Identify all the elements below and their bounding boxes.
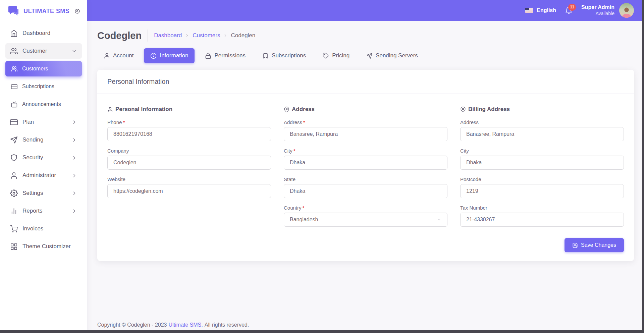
tab-label: Subscriptions	[272, 52, 306, 59]
tab-label: Information	[160, 52, 188, 59]
breadcrumb: Dashboard Customers Codeglen	[154, 32, 255, 39]
user-menu[interactable]: Super Admin Available	[581, 3, 634, 18]
sidebar-item-label: Reports	[22, 208, 43, 214]
tab-sending-servers[interactable]: Sending Servers	[360, 48, 424, 63]
sidebar-item-plan[interactable]: Plan	[5, 114, 82, 130]
billing-city-label: City	[460, 148, 624, 154]
user-icon	[104, 53, 110, 59]
address-label: Address*	[284, 119, 447, 125]
tab-account[interactable]: Account	[97, 48, 140, 63]
page-title: Codeglen	[97, 30, 142, 41]
breadcrumb-link-customers[interactable]: Customers	[193, 32, 220, 39]
avatar	[619, 3, 634, 18]
chevron-right-icon	[71, 173, 77, 178]
credit-card-icon	[11, 84, 17, 90]
phone-input[interactable]	[107, 127, 271, 141]
tab-information[interactable]: Information	[144, 48, 195, 63]
sidebar-item-theme-customizer[interactable]: Theme Customizer	[5, 239, 82, 254]
breadcrumb-link-dashboard[interactable]: Dashboard	[154, 32, 182, 39]
billing-address-field: Address	[460, 119, 624, 141]
sidebar-item-settings[interactable]: Settings	[5, 185, 82, 201]
sidebar-item-sending[interactable]: Sending	[5, 132, 82, 148]
postcode-input[interactable]	[460, 184, 624, 198]
website-label: Website	[107, 176, 271, 182]
main-content: Codeglen Dashboard Customers Codeglen Ac…	[87, 21, 644, 333]
sidebar-item-announcements[interactable]: Announcements	[5, 97, 82, 112]
map-pin-icon	[284, 107, 289, 112]
section-heading: Address	[292, 106, 315, 113]
chevron-right-icon	[71, 155, 77, 161]
website-input[interactable]	[107, 184, 271, 198]
chevron-right-icon	[71, 137, 77, 143]
sidebar-item-label: Customers	[22, 66, 48, 72]
sidebar-item-administrator[interactable]: Administrator	[5, 168, 82, 183]
language-selector[interactable]: English	[525, 7, 556, 13]
vertical-scrollbar[interactable]	[642, 0, 644, 330]
state-label: State	[284, 176, 447, 182]
city-label: City*	[284, 148, 447, 154]
address-section: Address Address* City* State Country*	[284, 106, 447, 233]
tab-label: Permissions	[214, 52, 246, 59]
brand[interactable]: ULTIMATE SMS	[7, 5, 69, 17]
country-label: Country*	[284, 205, 447, 211]
tab-label: Pricing	[332, 52, 350, 59]
sidebar-item-dashboard[interactable]: Customer Dashboard	[5, 25, 82, 41]
sidebar-item-invoices[interactable]: Invoices	[5, 221, 82, 236]
sidebar-item-customer[interactable]: Customer	[5, 43, 82, 59]
tax-number-label: Tax Number	[460, 205, 624, 211]
map-pin-icon	[460, 107, 466, 112]
sidebar-item-label: Administrator	[22, 172, 56, 179]
tax-number-input[interactable]	[460, 213, 624, 227]
title-divider	[148, 30, 148, 42]
sidebar-item-label: Theme Customizer	[22, 243, 71, 250]
gear-icon	[10, 189, 18, 197]
tag-icon	[323, 53, 329, 59]
user-name: Super Admin	[581, 4, 614, 11]
save-icon	[572, 242, 578, 248]
notifications-button[interactable]: 11	[565, 7, 573, 14]
tab-permissions[interactable]: Permissions	[199, 48, 252, 63]
chevron-down-icon	[71, 48, 77, 54]
bar-chart-icon	[10, 207, 18, 215]
breadcrumb-current: Codeglen	[231, 32, 255, 39]
top-header: English 11 Super Admin Available	[87, 0, 644, 21]
horizontal-scrollbar[interactable]	[0, 330, 644, 333]
sidebar-item-subscriptions[interactable]: Subscriptions	[5, 79, 82, 94]
sidebar-item-label: Dashboard	[22, 30, 50, 37]
circle-dot-icon	[74, 8, 80, 14]
sidebar-item-reports[interactable]: Reports	[5, 203, 82, 219]
chevron-right-icon	[185, 33, 190, 38]
state-input[interactable]	[284, 184, 447, 198]
footer-brand-link[interactable]: Ultimate SMS,	[168, 322, 203, 328]
brand-name: ULTIMATE SMS	[23, 8, 69, 15]
sidebar-collapse-toggle[interactable]	[74, 8, 80, 14]
sidebar-item-customers[interactable]: Customers	[5, 61, 82, 76]
billing-address-input[interactable]	[460, 127, 624, 141]
sidebar-item-label: Sending	[22, 136, 43, 143]
tab-bar: Account Information Permissions Subscrip…	[97, 48, 634, 63]
save-changes-button[interactable]: Save Changes	[565, 238, 624, 252]
sidebar-item-label: Subscriptions	[22, 84, 54, 90]
chevron-right-icon	[223, 33, 228, 38]
country-select[interactable]: Bangladesh	[284, 213, 447, 227]
tax-number-field: Tax Number	[460, 205, 624, 227]
website-field: Website	[107, 176, 271, 198]
sidebar-item-label: Plan	[22, 119, 34, 125]
sidebar-item-label: Invoices	[22, 225, 43, 232]
save-changes-label: Save Changes	[581, 242, 616, 248]
tab-subscriptions[interactable]: Subscriptions	[256, 48, 312, 63]
sidebar: ULTIMATE SMS Customer Dashboard Customer…	[0, 0, 87, 333]
info-icon	[150, 53, 157, 59]
tab-pricing[interactable]: Pricing	[316, 48, 356, 63]
grid-icon	[10, 243, 18, 251]
country-select-value: Bangladesh	[290, 217, 318, 223]
sidebar-item-label: Security	[22, 154, 43, 161]
sidebar-item-security[interactable]: Security	[5, 150, 82, 165]
address-input[interactable]	[284, 127, 447, 141]
company-field: Company	[107, 148, 271, 170]
company-input[interactable]	[107, 156, 271, 170]
billing-city-input[interactable]	[460, 156, 624, 170]
state-field: State	[284, 176, 447, 198]
city-input[interactable]	[284, 156, 447, 170]
user-status: Available	[581, 11, 614, 17]
